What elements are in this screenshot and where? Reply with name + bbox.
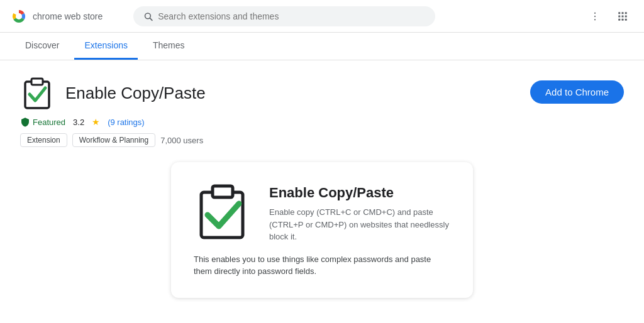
add-to-chrome-button[interactable]: Add to Chrome (530, 80, 624, 104)
extension-header: Enable Copy/Paste Featured 3.2 ★ (9 rati… (20, 75, 624, 147)
card-footer: This enables you to use things like comp… (194, 253, 450, 278)
chrome-logo-icon (10, 8, 28, 25)
svg-rect-10 (618, 15, 620, 17)
svg-rect-13 (618, 18, 620, 20)
tab-discover[interactable]: Discover (15, 33, 69, 60)
card-title: Enable Copy/Paste (269, 185, 450, 201)
extension-title: Enable Copy/Paste (65, 84, 206, 103)
main-content: Enable Copy/Paste Featured 3.2 ★ (9 rati… (0, 60, 644, 313)
nav-tabs: Discover Extensions Themes (0, 33, 644, 60)
meta-row: Featured 3.2 ★ (9 ratings) (20, 117, 206, 127)
svg-point-6 (594, 19, 596, 20)
svg-point-1 (16, 13, 22, 19)
users-count: 7,000 users (160, 136, 203, 145)
tag-extension[interactable]: Extension (20, 133, 67, 147)
tab-themes[interactable]: Themes (143, 33, 195, 60)
extension-info: Enable Copy/Paste Featured 3.2 ★ (9 rati… (20, 75, 206, 147)
featured-icon (20, 117, 30, 127)
featured-badge: Featured (20, 117, 65, 127)
preview-card: Enable Copy/Paste Enable copy (CTRL+C or… (171, 162, 473, 298)
svg-point-5 (594, 15, 596, 16)
rating-star-icon: ★ (92, 117, 100, 127)
svg-rect-12 (625, 15, 627, 17)
tags-row: Extension Workflow & Planning 7,000 user… (20, 133, 206, 147)
rating-value: 3.2 (73, 118, 84, 127)
search-input[interactable] (158, 11, 425, 21)
svg-rect-11 (622, 15, 624, 17)
svg-rect-14 (622, 18, 624, 20)
svg-rect-17 (31, 79, 43, 85)
svg-rect-7 (618, 12, 620, 14)
preview-section: Enable Copy/Paste Enable copy (CTRL+C or… (20, 162, 624, 298)
header-actions (584, 5, 634, 28)
apps-grid-button[interactable] (611, 5, 634, 28)
svg-point-4 (594, 12, 596, 13)
svg-rect-9 (625, 12, 627, 14)
ratings-link[interactable]: (9 ratings) (108, 118, 145, 127)
store-title: chrome web store (33, 11, 103, 21)
extension-title-row: Enable Copy/Paste (20, 75, 206, 111)
more-options-button[interactable] (584, 5, 606, 28)
svg-line-3 (150, 18, 152, 19)
svg-rect-15 (625, 18, 627, 20)
card-description: Enable copy (CTRL+C or CMD+C) and paste … (269, 206, 450, 243)
tag-workflow[interactable]: Workflow & Planning (72, 133, 156, 147)
featured-label: Featured (33, 118, 65, 127)
search-bar[interactable] (133, 6, 435, 26)
tab-extensions[interactable]: Extensions (74, 33, 137, 60)
search-icon (143, 11, 153, 21)
svg-rect-19 (213, 186, 233, 197)
card-text-block: Enable Copy/Paste Enable copy (CTRL+C or… (269, 182, 450, 243)
header: chrome web store (0, 0, 644, 33)
card-top: Enable Copy/Paste Enable copy (CTRL+C or… (194, 182, 450, 243)
logo-area: chrome web store (10, 8, 123, 25)
svg-rect-8 (622, 12, 624, 14)
card-extension-icon (194, 182, 254, 243)
extension-icon (20, 75, 55, 111)
